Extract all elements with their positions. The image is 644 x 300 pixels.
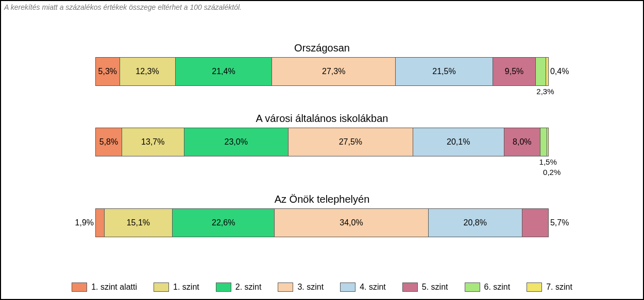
bar-segment: 21,4% bbox=[176, 58, 273, 85]
segment-label: 0,2% bbox=[543, 168, 561, 177]
below-labels: 1,5%0,2% bbox=[95, 157, 549, 179]
legend-label: 4. szint bbox=[360, 283, 386, 292]
segment-label: 5,7% bbox=[550, 218, 569, 227]
bar-segment: 8,0% bbox=[504, 128, 540, 156]
bar-segment: 5,7% bbox=[522, 209, 548, 237]
legend-item: 7. szint bbox=[527, 283, 572, 292]
bar-segment: 5,8% bbox=[96, 128, 122, 156]
segment-label: 2,3% bbox=[536, 87, 554, 96]
legend-item: 1. szint bbox=[154, 283, 199, 292]
bar-group-title: Az Önök telephelyén bbox=[1, 193, 643, 205]
bar-segment: 34,0% bbox=[275, 209, 428, 237]
bar-segment: 12,3% bbox=[120, 58, 176, 85]
legend-swatch bbox=[278, 283, 293, 292]
bar-group: A városi általános iskolákban5,8%13,7%23… bbox=[1, 113, 643, 179]
chart-frame: A kerekítés miatt a százalékos értékek ö… bbox=[0, 0, 644, 300]
legend-label: 1. szint bbox=[173, 283, 199, 292]
legend-label: 6. szint bbox=[484, 283, 511, 292]
bar-segment: 20,1% bbox=[413, 128, 504, 156]
below-labels: 2,3% bbox=[95, 87, 549, 98]
legend-swatch bbox=[402, 283, 418, 292]
bar-segment: 21,5% bbox=[396, 58, 493, 85]
legend-item: 4. szint bbox=[340, 283, 386, 292]
segment-label: 1,5% bbox=[539, 157, 557, 166]
bar-group-title: Országosan bbox=[1, 42, 643, 54]
bar-segment: 9,5% bbox=[493, 58, 536, 85]
legend-item: 5. szint bbox=[402, 283, 448, 292]
stacked-bar: 5,3%12,3%21,4%27,3%21,5%9,5%0,4% bbox=[95, 57, 549, 86]
legend-swatch bbox=[465, 283, 480, 292]
legend-swatch bbox=[340, 283, 355, 292]
bar-segment bbox=[540, 128, 547, 156]
bar-segment: 0,4% bbox=[546, 58, 548, 85]
stacked-bar: 1,9%15,1%22,6%34,0%20,8%5,7% bbox=[95, 208, 549, 237]
bar-group: Az Önök telephelyén1,9%15,1%22,6%34,0%20… bbox=[1, 193, 643, 237]
bar-segment: 27,5% bbox=[289, 128, 413, 156]
bar-segment: 1,9% bbox=[96, 209, 105, 237]
rounding-note: A kerekítés miatt a százalékos értékek ö… bbox=[4, 3, 242, 11]
legend-swatch bbox=[527, 283, 542, 292]
bar-group: Országosan5,3%12,3%21,4%27,3%21,5%9,5%0,… bbox=[1, 42, 643, 98]
legend-swatch bbox=[72, 283, 87, 292]
bar-segment bbox=[547, 128, 548, 156]
stacked-bar-charts: Országosan5,3%12,3%21,4%27,3%21,5%9,5%0,… bbox=[1, 42, 643, 252]
bar-wrap: 1,9%15,1%22,6%34,0%20,8%5,7% bbox=[95, 208, 549, 237]
legend-label: 1. szint alatti bbox=[91, 283, 137, 292]
legend-item: 3. szint bbox=[278, 283, 324, 292]
bar-segment: 15,1% bbox=[105, 209, 173, 237]
stacked-bar: 5,8%13,7%23,0%27,5%20,1%8,0% bbox=[95, 128, 549, 156]
bar-wrap: 5,3%12,3%21,4%27,3%21,5%9,5%0,4% bbox=[95, 57, 549, 86]
legend-swatch bbox=[216, 283, 231, 292]
legend-item: 6. szint bbox=[465, 283, 511, 292]
legend-label: 2. szint bbox=[235, 283, 262, 292]
segment-label: 0,4% bbox=[550, 67, 569, 76]
legend: 1. szint alatti1. szint2. szint3. szint4… bbox=[1, 283, 643, 292]
legend-label: 3. szint bbox=[297, 283, 324, 292]
bar-segment: 5,3% bbox=[96, 58, 120, 85]
bar-wrap: 5,8%13,7%23,0%27,5%20,1%8,0% bbox=[95, 128, 549, 156]
legend-label: 7. szint bbox=[546, 283, 572, 292]
legend-swatch bbox=[154, 283, 169, 292]
bar-segment: 23,0% bbox=[184, 128, 289, 156]
legend-label: 5. szint bbox=[422, 283, 448, 292]
legend-item: 2. szint bbox=[216, 283, 262, 292]
bar-segment: 22,6% bbox=[173, 209, 275, 237]
bar-segment: 27,3% bbox=[272, 58, 396, 85]
bar-segment: 20,8% bbox=[429, 209, 522, 237]
bar-segment: 13,7% bbox=[122, 128, 184, 156]
segment-label: 1,9% bbox=[75, 218, 94, 227]
bar-segment bbox=[536, 58, 546, 85]
legend-item: 1. szint alatti bbox=[72, 283, 137, 292]
bar-group-title: A városi általános iskolákban bbox=[1, 113, 643, 125]
